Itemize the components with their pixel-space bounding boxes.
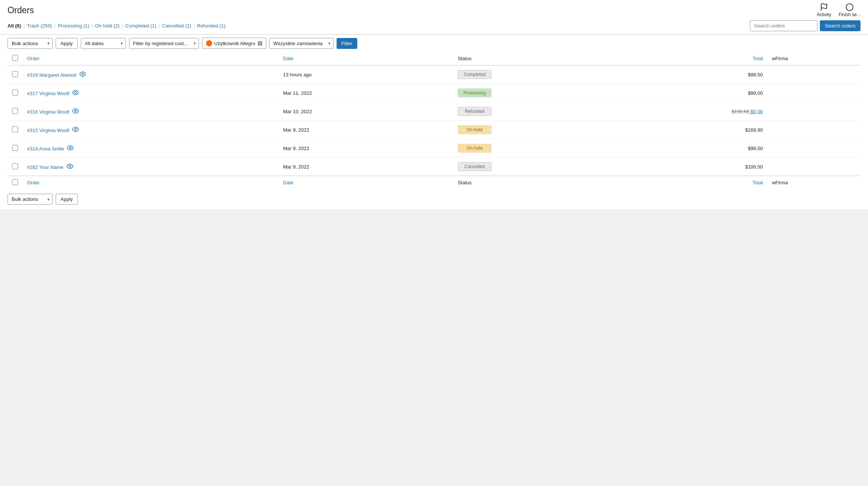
- status-cell: Refunded: [453, 102, 628, 121]
- row-checkbox[interactable]: [12, 108, 18, 114]
- col-header-date[interactable]: Date: [279, 52, 453, 65]
- finish-setup-button[interactable]: Finish se...: [839, 3, 860, 17]
- footer-checkbox-col: [8, 176, 23, 190]
- row-checkbox-cell: [8, 158, 23, 176]
- order-link[interactable]: #314 Anna Smile: [27, 146, 64, 152]
- search-orders-button[interactable]: Search orders: [820, 20, 860, 31]
- total-header-link[interactable]: Total: [753, 56, 763, 61]
- flag-icon: [820, 3, 828, 11]
- search-input[interactable]: [750, 20, 818, 31]
- view-order-icon[interactable]: [72, 108, 79, 115]
- separator-5: |: [159, 23, 160, 29]
- orders-table-container: Order Date Status Total wFirma #318 Marg…: [0, 52, 868, 189]
- svg-rect-2: [258, 41, 259, 43]
- order-link[interactable]: #282 Your Name: [27, 164, 64, 170]
- total-cell: $168,90: [628, 121, 767, 139]
- date-cell: 13 hours ago: [279, 65, 453, 84]
- footer-order-link[interactable]: Order: [27, 180, 39, 185]
- status-cell: On hold: [453, 121, 628, 139]
- row-checkbox[interactable]: [12, 145, 18, 151]
- row-checkbox-cell: [8, 121, 23, 139]
- order-link[interactable]: #316 Virginia Woolf: [27, 109, 69, 115]
- activity-label: Activity: [817, 12, 831, 17]
- total-cell: $98,50: [628, 65, 767, 84]
- filter-link-refunded[interactable]: Refunded (1): [197, 23, 226, 29]
- view-order-icon[interactable]: [72, 127, 79, 133]
- select-all-checkbox[interactable]: [12, 55, 18, 61]
- footer-col-total[interactable]: Total: [628, 176, 767, 190]
- col-header-order[interactable]: Order: [23, 52, 279, 65]
- filter-link-all[interactable]: All (6): [8, 23, 21, 29]
- footer-col-wfirma: wFirma: [767, 176, 860, 190]
- customer-filter-select[interactable]: Filter by registered cust...: [129, 38, 199, 49]
- wfirma-cell: [767, 139, 860, 158]
- apply-button-bottom[interactable]: Apply: [56, 194, 78, 205]
- row-checkbox-cell: [8, 84, 23, 102]
- table-row: #315 Virginia WoolfMar 9, 2022On hold$16…: [8, 121, 860, 139]
- allegro-label: Użytkownik Allegro: [214, 41, 255, 46]
- separator-1: |: [23, 23, 24, 29]
- footer-col-order[interactable]: Order: [23, 176, 279, 190]
- footer-date-link[interactable]: Date: [283, 180, 293, 185]
- view-order-icon[interactable]: [72, 90, 79, 96]
- footer-col-status: Status: [453, 176, 628, 190]
- order-cell: #315 Virginia Woolf: [23, 121, 279, 139]
- filter-link-cancelled[interactable]: Cancelled (1): [162, 23, 191, 29]
- row-checkbox-cell: [8, 139, 23, 158]
- order-link[interactable]: #318 Margaret Atwood: [27, 72, 76, 78]
- circle-icon: [845, 3, 854, 11]
- footer-total-link[interactable]: Total: [753, 180, 763, 185]
- svg-rect-9: [259, 44, 261, 46]
- view-order-icon[interactable]: [67, 145, 74, 152]
- total-cell: $100,50: [628, 158, 767, 176]
- table-row: #316 Virginia WoolfMar 10, 2022Refunded$…: [8, 102, 860, 121]
- date-header-link[interactable]: Date: [283, 56, 293, 61]
- row-checkbox[interactable]: [12, 126, 18, 132]
- separator-3: |: [91, 23, 93, 29]
- footer-select-all-checkbox[interactable]: [12, 179, 18, 185]
- wfirma-cell: [767, 102, 860, 121]
- filter-link-completed[interactable]: Completed (1): [125, 23, 156, 29]
- svg-point-12: [75, 91, 77, 93]
- svg-point-11: [82, 73, 83, 75]
- order-link[interactable]: #317 Virginia Woolf: [27, 91, 69, 96]
- order-cell: #317 Virginia Woolf: [23, 84, 279, 102]
- apply-button-top[interactable]: Apply: [56, 38, 78, 49]
- order-link[interactable]: #315 Virginia Woolf: [27, 128, 69, 133]
- row-checkbox[interactable]: [12, 90, 18, 96]
- select-all-header: [8, 52, 23, 65]
- status-cell: On hold: [453, 139, 628, 158]
- wszystkie-select[interactable]: Wszystkie zamówienia: [269, 38, 334, 49]
- footer-col-date[interactable]: Date: [279, 176, 453, 190]
- activity-button[interactable]: Activity: [817, 3, 831, 17]
- view-order-icon[interactable]: [67, 164, 73, 170]
- svg-point-14: [75, 128, 77, 130]
- total-cell: $100,50 $0,00: [628, 102, 767, 121]
- all-dates-wrapper: All dates: [81, 38, 126, 49]
- total-original: $100,50: [731, 109, 749, 114]
- status-badge: Cancelled: [458, 162, 492, 171]
- row-checkbox-cell: [8, 102, 23, 121]
- finish-setup-label: Finish se...: [839, 12, 860, 17]
- row-checkbox[interactable]: [12, 163, 18, 169]
- filter-button[interactable]: Filter: [337, 38, 357, 49]
- allegro-icon: [206, 40, 212, 46]
- page-header: Orders Activity Finish se...: [0, 0, 868, 20]
- status-badge: Completed: [458, 70, 492, 79]
- toolbar: Bulk actions Apply All dates Filter by r…: [0, 35, 868, 52]
- all-dates-select[interactable]: All dates: [81, 38, 126, 49]
- col-header-total[interactable]: Total: [628, 52, 767, 65]
- view-order-icon[interactable]: [79, 71, 86, 78]
- order-cell: #318 Margaret Atwood: [23, 65, 279, 84]
- filter-link-trash[interactable]: Trash (259): [27, 23, 52, 29]
- order-header-link[interactable]: Order: [27, 56, 39, 61]
- total-discounted[interactable]: $0,00: [749, 109, 763, 114]
- bulk-actions-select[interactable]: Bulk actions: [8, 38, 53, 49]
- wszystkie-wrapper: Wszystkie zamówienia: [269, 38, 334, 49]
- separator-4: |: [122, 23, 123, 29]
- row-checkbox[interactable]: [12, 71, 18, 77]
- allegro-selector[interactable]: Użytkownik Allegro: [202, 38, 266, 49]
- filter-link-processing[interactable]: Processing (1): [58, 23, 90, 29]
- filter-link-on-hold[interactable]: On hold (2): [95, 23, 120, 29]
- bulk-actions-bottom-select[interactable]: Bulk actions: [8, 194, 53, 205]
